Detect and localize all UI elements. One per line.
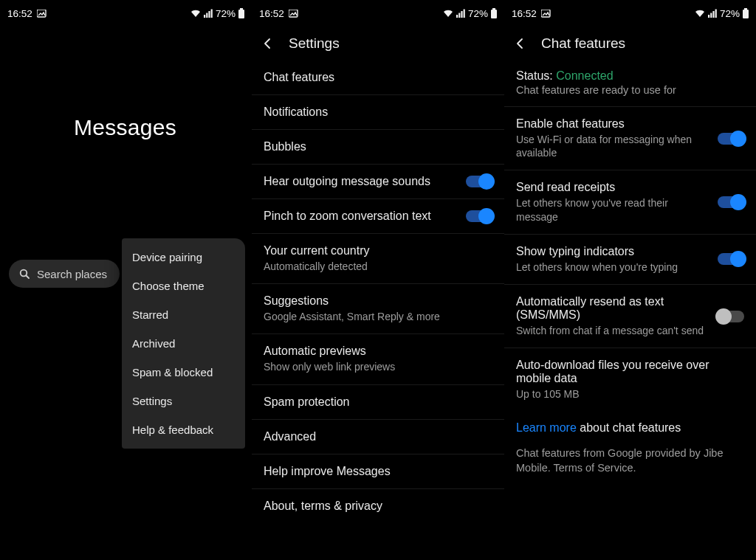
overflow-menu: Device pairing Choose theme Starred Arch… — [122, 238, 245, 449]
row-bubbles[interactable]: Bubbles — [252, 130, 504, 165]
row-chat-features[interactable]: Chat features — [252, 61, 504, 95]
menu-item-starred[interactable]: Starred — [122, 300, 245, 329]
row-read-receipts[interactable]: Send read receipts Let others know you'v… — [504, 170, 756, 234]
learn-more-rest: about chat features — [577, 421, 681, 434]
status-time: 16:52 — [259, 8, 284, 19]
search-placeholder: Search places — [37, 268, 107, 280]
row-about-terms[interactable]: About, terms & privacy — [252, 489, 504, 523]
header-title: Chat features — [541, 35, 625, 52]
row-help-improve[interactable]: Help improve Messages — [252, 454, 504, 489]
battery-icon — [491, 8, 497, 18]
wifi-icon — [443, 9, 453, 18]
signal-icon — [456, 9, 465, 18]
row-pinch-zoom[interactable]: Pinch to zoom conversation text — [252, 199, 504, 234]
row-auto-resend[interactable]: Automatically resend as text (SMS/MMS) S… — [504, 285, 756, 348]
menu-item-archived[interactable]: Archived — [122, 329, 245, 358]
row-current-country[interactable]: Your current country Automatically detec… — [252, 234, 504, 284]
back-icon[interactable] — [261, 35, 277, 52]
menu-item-device-pairing[interactable]: Device pairing — [122, 243, 245, 272]
battery-icon — [238, 8, 244, 18]
battery-icon — [743, 8, 749, 18]
screenshot-icon — [37, 10, 47, 18]
messages-home-pane: 16:52 72% Messages Search places Device … — [0, 0, 252, 560]
status-bar: 16:52 72% — [504, 0, 756, 22]
row-enable-chat-features[interactable]: Enable chat features Use Wi-Fi or data f… — [504, 107, 756, 170]
status-time: 16:52 — [7, 8, 32, 19]
search-icon — [19, 269, 30, 279]
menu-item-help-feedback[interactable]: Help & feedback — [122, 415, 245, 444]
status-time: 16:52 — [512, 8, 537, 19]
status-bar: 16:52 72% — [0, 0, 252, 22]
screenshot-icon — [541, 10, 551, 18]
provider-footer: Chat features from Google provided by Ji… — [504, 438, 756, 475]
back-icon[interactable] — [513, 35, 529, 52]
battery-percent: 72% — [468, 8, 488, 19]
status-value: Connected — [556, 69, 613, 82]
row-advanced[interactable]: Advanced — [252, 420, 504, 454]
row-notifications[interactable]: Notifications — [252, 95, 504, 130]
status-subtitle: Chat features are ready to use for — [504, 84, 756, 106]
row-typing-indicators[interactable]: Show typing indicators Let others know w… — [504, 235, 756, 285]
wifi-icon — [190, 9, 201, 18]
signal-icon — [204, 9, 213, 18]
row-spam-protection[interactable]: Spam protection — [252, 385, 504, 420]
status-bar: 16:52 72% — [252, 0, 504, 22]
menu-item-choose-theme[interactable]: Choose theme — [122, 272, 245, 300]
header-title: Settings — [289, 35, 340, 52]
search-input[interactable]: Search places — [9, 260, 120, 288]
menu-item-spam-blocked[interactable]: Spam & blocked — [122, 358, 245, 387]
chat-features-pane: 16:52 72% Chat features Status: Connecte… — [504, 0, 756, 560]
toggle-outgoing-sounds[interactable] — [466, 176, 492, 187]
row-suggestions[interactable]: Suggestions Google Assistant, Smart Repl… — [252, 284, 504, 334]
row-automatic-previews[interactable]: Automatic previews Show only web link pr… — [252, 334, 504, 384]
status-label: Status: — [516, 69, 556, 82]
battery-percent: 72% — [720, 8, 740, 19]
status-block: Status: Connected Chat features are read… — [504, 61, 756, 107]
header: Chat features — [504, 22, 756, 61]
row-auto-download[interactable]: Auto-download files you receive over mob… — [504, 348, 756, 411]
wifi-icon — [695, 9, 705, 18]
page-title: Messages — [0, 22, 252, 140]
learn-more-row: Learn more about chat features — [504, 411, 756, 438]
learn-more-link[interactable]: Learn more — [516, 421, 577, 434]
toggle-typing-indicators[interactable] — [718, 253, 744, 265]
signal-icon — [708, 9, 717, 18]
header: Settings — [252, 22, 504, 61]
row-outgoing-sounds[interactable]: Hear outgoing message sounds — [252, 165, 504, 199]
screenshot-icon — [289, 10, 298, 18]
battery-percent: 72% — [216, 8, 236, 19]
settings-list: Chat features Notifications Bubbles Hear… — [252, 61, 504, 523]
settings-pane: 16:52 72% Settings Chat features Notific… — [252, 0, 504, 560]
toggle-enable-chat-features[interactable] — [718, 133, 744, 145]
toggle-auto-resend[interactable] — [718, 311, 744, 322]
toggle-pinch-zoom[interactable] — [466, 210, 492, 222]
toggle-read-receipts[interactable] — [718, 196, 744, 208]
menu-item-settings[interactable]: Settings — [122, 387, 245, 415]
